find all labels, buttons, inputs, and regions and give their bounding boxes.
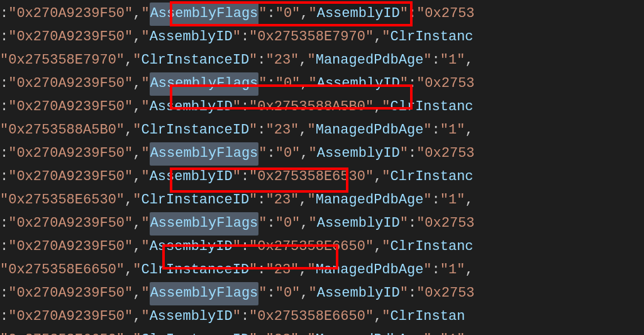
punctuation: : [432,329,440,335]
json-string: "0x275358E7970" [249,26,374,48]
punctuation: : [257,119,265,142]
json-string: "0x275358E6650" [249,305,374,328]
punctuation: , [374,166,382,188]
json-key-highlighted: AssemblyFlags [150,212,259,235]
json-key: AssemblyID [150,166,233,188]
code-viewer[interactable]: :"0x270A9239F50","AssemblyFlags":"0","As… [0,0,644,335]
punctuation: : [0,3,8,25]
punctuation: , [299,329,307,335]
punctuation: , [465,119,473,142]
punctuation: , [133,212,141,235]
code-line[interactable]: "0x2753588A5B0","ClrInstanceID":"23","Ma… [0,119,644,142]
json-string: "1" [440,329,465,335]
json-key: AssemblyID [317,142,400,165]
punctuation: : [241,305,249,328]
json-string: "0x2753588A5B0" [0,119,125,142]
punctuation: , [133,96,141,118]
punctuation: : [267,212,275,235]
json-string: " [141,282,149,305]
json-string: " [382,96,390,118]
json-string: "0x2753 [416,72,474,95]
punctuation: : [432,259,440,281]
json-string: " [141,166,149,188]
code-line[interactable]: :"0x270A9239F50","AssemblyFlags":"0","As… [0,212,644,236]
code-line[interactable]: :"0x270A9239F50","AssemblyID":"0x275358E… [0,166,644,189]
punctuation: , [133,72,141,95]
punctuation: , [125,329,133,335]
json-string: " [233,96,241,118]
json-string: " [141,96,149,118]
json-string: " [141,142,149,165]
punctuation: : [0,96,8,118]
punctuation: : [0,305,8,328]
code-line[interactable]: :"0x270A9239F50","AssemblyID":"0x2753588… [0,96,644,119]
json-string: "0" [275,72,301,95]
json-string: "0x270A9239F50" [8,212,133,235]
json-string: " [423,49,431,72]
json-string: "0x2753 [416,142,474,165]
json-string: " [133,189,141,212]
json-key: ManagedPdbAge [316,49,424,72]
code-line[interactable]: :"0x270A9239F50","AssemblyID":"0x275358E… [0,236,644,259]
punctuation: , [300,282,308,305]
json-string: " [141,305,149,328]
punctuation: , [300,142,308,165]
code-line[interactable]: :"0x270A9239F50","AssemblyID":"0x275358E… [0,305,644,329]
punctuation: , [125,189,133,212]
code-line[interactable]: "0x275358E7970","ClrInstanceID":"23","Ma… [0,49,644,72]
json-key: ClrInstan [391,305,465,328]
punctuation: : [0,236,8,258]
code-line[interactable]: "0x275358E6650","ClrInstanceID":"23","Ma… [0,259,644,282]
json-string: " [141,212,149,235]
punctuation: : [408,282,416,305]
punctuation: , [299,189,307,212]
json-string: "0x270A9239F50" [8,96,133,118]
json-string: " [382,26,390,48]
json-string: " [141,72,149,95]
code-line[interactable]: :"0x270A9239F50","AssemblyFlags":"0","As… [0,282,644,305]
json-string: " [133,49,141,72]
json-string: " [133,119,141,142]
punctuation: : [408,3,416,25]
json-string: " [309,72,317,95]
punctuation: , [465,259,473,281]
punctuation: : [257,329,265,335]
json-string: " [249,259,257,281]
json-string: " [309,3,317,25]
json-string: " [258,72,267,95]
json-key: ClrInstanc [391,236,474,258]
punctuation: , [125,119,133,142]
json-string: " [423,259,431,281]
json-string: "0" [275,212,301,235]
json-string: "0x2753588A5B0" [249,96,374,118]
json-string: "0x275358E7970" [0,49,125,72]
punctuation: , [299,49,307,72]
code-line[interactable]: :"0x270A9239F50","AssemblyID":"0x275358E… [0,26,644,49]
json-key-highlighted: AssemblyFlags [150,72,259,95]
json-string: "1" [440,259,465,281]
punctuation: , [125,49,133,72]
code-line[interactable]: :"0x270A9239F50","AssemblyFlags":"0","As… [0,3,644,26]
json-string: "1" [440,49,465,72]
json-string: " [382,305,390,328]
json-key: AssemblyID [150,305,233,328]
json-string: " [258,282,267,305]
code-line[interactable]: "0x275358E6530","ClrInstanceID":"23","Ma… [0,189,644,212]
code-line[interactable]: :"0x270A9239F50","AssemblyFlags":"0","As… [0,72,644,96]
json-string: "0" [275,3,301,25]
punctuation: : [0,142,8,165]
punctuation: : [432,119,440,142]
json-key: ClrInstanceID [141,259,249,281]
punctuation: : [257,189,265,212]
punctuation: , [374,305,382,328]
json-key: ClrInstanceID [141,329,249,335]
json-key: AssemblyID [317,3,400,25]
json-string: " [141,236,149,258]
code-line[interactable]: "0x275358E6650","ClrInstanceID":"23","Ma… [0,329,644,335]
punctuation: : [0,282,8,305]
json-string: " [141,3,149,25]
json-string: "23" [266,119,299,142]
json-string: " [400,282,408,305]
code-line[interactable]: :"0x270A9239F50","AssemblyFlags":"0","As… [0,142,644,166]
punctuation: , [465,329,473,335]
